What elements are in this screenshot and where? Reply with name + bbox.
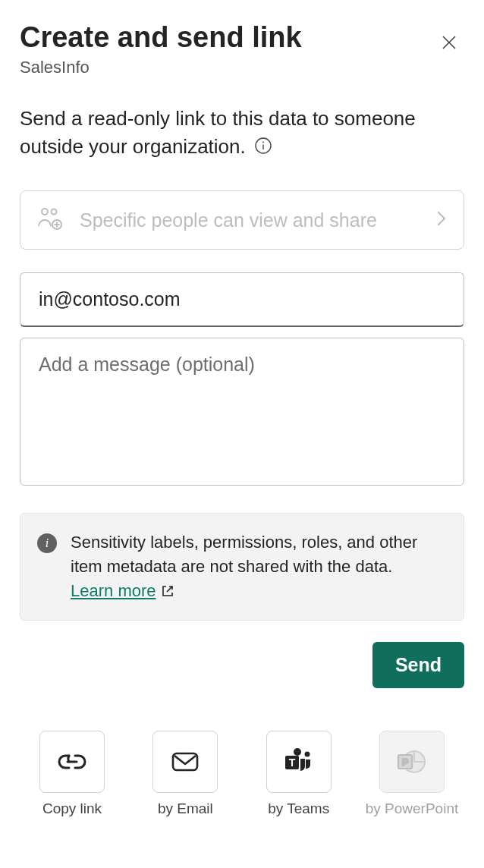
copy-link-label: Copy link bbox=[42, 800, 102, 817]
message-textarea[interactable] bbox=[20, 338, 464, 486]
chevron-right-icon bbox=[435, 208, 448, 232]
email-icon bbox=[168, 745, 202, 778]
svg-point-14 bbox=[304, 751, 310, 756]
svg-point-5 bbox=[42, 209, 48, 215]
people-share-icon bbox=[36, 205, 66, 235]
link-icon bbox=[55, 745, 89, 778]
link-settings-button[interactable]: Specific people can view and share bbox=[20, 190, 464, 250]
external-link-icon bbox=[161, 584, 174, 598]
dialog-title: Create and send link bbox=[20, 21, 302, 55]
powerpoint-icon: P bbox=[394, 745, 429, 778]
info-badge-icon: i bbox=[37, 533, 57, 553]
svg-point-4 bbox=[262, 142, 264, 143]
close-button[interactable] bbox=[434, 27, 464, 58]
send-button[interactable]: Send bbox=[372, 642, 464, 688]
dialog-subtitle: SalesInfo bbox=[20, 58, 302, 77]
close-icon bbox=[440, 33, 458, 52]
by-powerpoint-label: by PowerPoint bbox=[366, 800, 459, 817]
by-teams-label: by Teams bbox=[268, 800, 329, 817]
svg-line-10 bbox=[167, 587, 172, 592]
share-by-teams-option[interactable]: T by Teams bbox=[250, 731, 348, 817]
teams-icon: T bbox=[281, 745, 317, 778]
info-banner-text: Sensitivity labels, permissions, roles, … bbox=[71, 533, 417, 576]
svg-text:P: P bbox=[402, 756, 409, 768]
recipient-email-input[interactable] bbox=[20, 272, 464, 327]
share-by-powerpoint-option: P by PowerPoint bbox=[363, 731, 461, 817]
sensitivity-info-banner: i Sensitivity labels, permissions, roles… bbox=[20, 513, 464, 621]
copy-link-option[interactable]: Copy link bbox=[23, 731, 121, 817]
svg-rect-12 bbox=[173, 753, 197, 770]
learn-more-link[interactable]: Learn more bbox=[71, 579, 174, 603]
info-icon[interactable] bbox=[254, 137, 272, 155]
dialog-description: Send a read-only link to this data to so… bbox=[20, 105, 464, 162]
share-by-email-option[interactable]: by Email bbox=[136, 731, 234, 817]
svg-text:T: T bbox=[288, 756, 295, 769]
svg-point-6 bbox=[52, 209, 57, 215]
by-email-label: by Email bbox=[158, 800, 213, 817]
link-settings-label: Specific people can view and share bbox=[80, 208, 421, 233]
svg-point-13 bbox=[294, 748, 301, 756]
